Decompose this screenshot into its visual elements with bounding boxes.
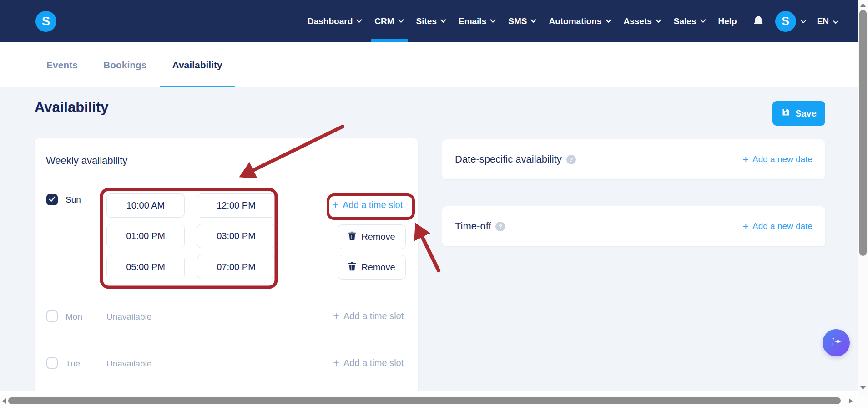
nav-item-assets[interactable]: Assets <box>624 0 661 42</box>
save-button[interactable]: Save <box>772 101 825 126</box>
remove-slot-button-2[interactable]: Remove <box>338 255 406 280</box>
app-window: S Dashboard CRM Sites Emails SMS <box>0 0 868 407</box>
main-nav: Dashboard CRM Sites Emails SMS Autom <box>308 0 737 42</box>
tab-label: Events <box>46 60 78 71</box>
nav-label: Automations <box>549 16 601 26</box>
scroll-left-arrow[interactable] <box>2 398 6 404</box>
check-icon <box>49 196 56 204</box>
weekly-availability-card: Weekly availability Sun 10:00 AM 12:00 P… <box>35 138 418 391</box>
logo-letter: S <box>35 11 56 32</box>
chevron-down-icon <box>700 19 706 23</box>
nav-label: CRM <box>374 16 394 26</box>
weekly-availability-title: Weekly availability <box>46 155 127 167</box>
divider <box>46 294 407 294</box>
vertical-scrollbar[interactable] <box>858 0 868 395</box>
add-new-date-label: Add a new date <box>752 154 812 164</box>
user-menu[interactable]: S <box>775 11 806 32</box>
add-new-date-button-date-specific[interactable]: + Add a new date <box>743 154 812 165</box>
status-unavailable-tue: Unavailable <box>106 359 151 369</box>
add-time-slot-label: Add a time slot <box>343 311 404 321</box>
save-label: Save <box>795 108 817 119</box>
scroll-up-arrow[interactable] <box>860 3 866 7</box>
page-content: Availability Save Weekly availability Su… <box>0 87 858 391</box>
day-checkbox-tue[interactable] <box>46 357 58 369</box>
scroll-right-arrow[interactable] <box>849 398 853 404</box>
chevron-down-icon <box>801 17 806 25</box>
trash-icon <box>348 231 356 243</box>
sparkles-icon <box>828 335 844 351</box>
nav-item-dashboard[interactable]: Dashboard <box>308 0 362 42</box>
nav-label: Sales <box>674 16 696 26</box>
plus-icon: + <box>333 357 339 368</box>
time-input-sun-2-end[interactable]: 03:00 PM <box>197 224 275 248</box>
trash-icon <box>348 262 356 273</box>
nav-item-sms[interactable]: SMS <box>508 0 536 42</box>
notifications-bell-icon[interactable] <box>752 15 764 27</box>
app-logo[interactable]: S <box>35 11 56 32</box>
vertical-scrollbar-thumb[interactable] <box>859 10 867 256</box>
remove-label: Remove <box>361 232 395 242</box>
remove-label: Remove <box>361 262 395 273</box>
help-icon[interactable]: ? <box>566 155 576 164</box>
save-icon <box>781 107 791 119</box>
add-time-slot-button-tue[interactable]: + Add a time slot <box>333 357 404 368</box>
add-time-slot-button-sun[interactable]: + Add a time slot <box>332 199 403 210</box>
plus-icon: + <box>743 221 749 232</box>
nav-label: Help <box>718 16 737 26</box>
chevron-down-icon <box>833 16 838 26</box>
tab-label: Availability <box>172 60 222 71</box>
tab-label: Bookings <box>103 60 147 71</box>
tab-events[interactable]: Events <box>34 42 91 87</box>
day-checkbox-sun[interactable] <box>46 194 58 205</box>
ai-assistant-button[interactable] <box>823 329 850 356</box>
language-selector[interactable]: EN <box>817 16 838 26</box>
navbar-right: S EN <box>752 0 838 42</box>
nav-item-automations[interactable]: Automations <box>549 0 611 42</box>
nav-label: Assets <box>624 16 652 26</box>
time-input-sun-3-start[interactable]: 05:00 PM <box>106 255 185 279</box>
add-time-slot-label: Add a time slot <box>343 358 404 368</box>
add-time-slot-button-mon[interactable]: + Add a time slot <box>333 310 404 321</box>
day-label-mon: Mon <box>66 312 82 322</box>
section-tabbar: Events Bookings Availability <box>0 42 858 87</box>
nav-item-sales[interactable]: Sales <box>674 0 706 42</box>
scroll-down-arrow[interactable] <box>860 386 866 390</box>
horizontal-scrollbar[interactable] <box>0 395 868 407</box>
divider <box>46 341 407 341</box>
time-off-title: Time-off <box>455 220 491 232</box>
time-off-card: Time-off ? + Add a new date <box>442 206 825 246</box>
nav-item-crm[interactable]: CRM <box>374 0 404 42</box>
time-input-sun-3-end[interactable]: 07:00 PM <box>197 255 275 279</box>
page-title: Availability <box>35 99 109 116</box>
add-time-slot-label: Add a time slot <box>343 200 403 210</box>
nav-label: Emails <box>459 16 486 26</box>
active-nav-underline <box>371 39 407 42</box>
chevron-down-icon <box>656 19 661 23</box>
horizontal-scrollbar-thumb[interactable] <box>8 397 841 404</box>
avatar: S <box>775 11 796 32</box>
tab-availability[interactable]: Availability <box>160 42 235 87</box>
status-unavailable-mon: Unavailable <box>106 312 151 322</box>
date-specific-availability-card: Date-specific availability ? + Add a new… <box>442 139 825 179</box>
nav-item-help[interactable]: Help <box>718 0 737 42</box>
day-checkbox-mon[interactable] <box>46 310 58 322</box>
plus-icon: + <box>332 199 338 210</box>
add-new-date-button-time-off[interactable]: + Add a new date <box>743 221 812 232</box>
time-input-sun-1-end[interactable]: 12:00 PM <box>197 193 275 218</box>
language-code: EN <box>817 16 829 26</box>
remove-slot-button-1[interactable]: Remove <box>338 224 406 249</box>
chevron-down-icon <box>398 19 404 23</box>
time-input-sun-2-start[interactable]: 01:00 PM <box>106 224 185 248</box>
nav-item-sites[interactable]: Sites <box>416 0 446 42</box>
plus-icon: + <box>333 310 339 321</box>
divider <box>46 389 407 389</box>
chevron-down-icon <box>606 19 611 23</box>
nav-label: Sites <box>416 16 437 26</box>
time-input-sun-1-start[interactable]: 10:00 AM <box>106 193 185 218</box>
plus-icon: + <box>743 154 749 165</box>
date-specific-title: Date-specific availability <box>455 153 562 165</box>
tab-bookings[interactable]: Bookings <box>91 42 160 87</box>
help-icon[interactable]: ? <box>495 222 505 231</box>
top-navbar: S Dashboard CRM Sites Emails SMS <box>0 0 858 42</box>
nav-item-emails[interactable]: Emails <box>459 0 496 42</box>
